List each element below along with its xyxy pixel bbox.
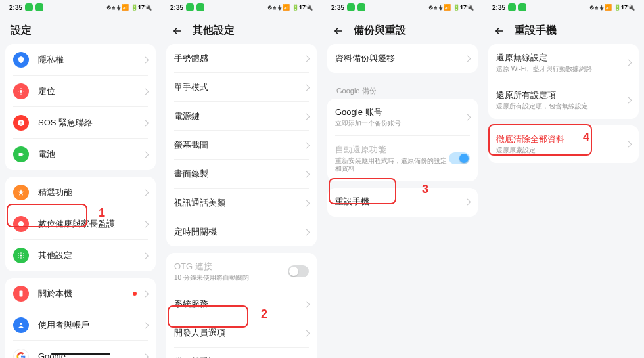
svg-point-3	[18, 221, 24, 227]
star-icon	[13, 185, 29, 200]
row-reset-all[interactable]: 還原所有設定項還原所有設定項，包含無線設定	[488, 81, 639, 119]
row-data-backup[interactable]: 資料備份與遷移	[327, 44, 478, 73]
row-privacy[interactable]: 隱私權	[5, 44, 156, 76]
header: 設定	[0, 14, 161, 44]
google-section-label: Google 備份	[327, 79, 478, 99]
row-screenrec[interactable]: 畫面錄製	[166, 160, 317, 189]
page-title: 設定	[11, 24, 32, 37]
row-google[interactable]: Google	[5, 341, 156, 358]
svg-rect-2	[23, 154, 24, 155]
page-title: 重設手機	[515, 24, 557, 37]
gear-icon	[13, 248, 29, 263]
phone-backup-reset: 2:35⎋ ⏏ ⏚ 📶 🔋17🔌 備份與重設 資料備份與遷移 Google 備份…	[322, 0, 483, 358]
wellbeing-icon	[13, 216, 29, 232]
row-location[interactable]: 定位	[5, 76, 156, 107]
svg-rect-1	[19, 153, 23, 156]
google-icon	[13, 349, 29, 358]
location-icon	[13, 83, 29, 99]
row-users[interactable]: 使用者與帳戶	[5, 309, 156, 341]
user-icon	[13, 317, 29, 333]
home-indicator[interactable]	[51, 353, 110, 355]
row-battery[interactable]: 電池	[5, 139, 156, 170]
back-button[interactable]	[494, 25, 505, 37]
row-schedpower[interactable]: 定時開關機	[166, 217, 317, 246]
chevron-right-icon	[143, 56, 149, 63]
phone-icon	[13, 286, 29, 302]
svg-point-0	[20, 90, 22, 93]
row-auto-restore: 自動還原功能重新安裝應用程式時，還原備份的設定和資料	[327, 136, 478, 181]
row-powerkey[interactable]: 電源鍵	[166, 102, 317, 131]
row-featured[interactable]: 精選功能	[5, 177, 156, 208]
row-wellbeing[interactable]: 數位健康與家長監護	[5, 208, 156, 240]
svg-point-4	[20, 255, 22, 257]
svg-rect-5	[20, 291, 23, 297]
auto-restore-toggle[interactable]	[449, 152, 470, 164]
row-videobeauty[interactable]: 視訊通話美顏	[166, 189, 317, 217]
row-reset-wireless[interactable]: 還原無線設定還原 Wi-Fi、藍牙與行動數據網路	[488, 44, 639, 81]
phone-reset: 2:35⎋ ⏏ ⏚ 📶 🔋17🔌 重設手機 還原無線設定還原 Wi-Fi、藍牙與…	[483, 0, 644, 358]
row-sos[interactable]: SOS 緊急聯絡	[5, 107, 156, 139]
status-bar: 2:35 ⎋ ⏏ ⏚ 📶 🔋17🔌	[0, 0, 161, 14]
row-devoptions[interactable]: 開發人員選項	[166, 319, 317, 348]
phone-settings-main: 2:35 ⎋ ⏏ ⏚ 📶 🔋17🔌 設定 隱私權 定位 SOS 緊急聯絡 電池 …	[0, 0, 161, 358]
svg-point-6	[20, 323, 22, 325]
row-about[interactable]: 關於本機	[5, 278, 156, 309]
otg-toggle[interactable]	[288, 265, 309, 277]
notification-dot	[133, 292, 137, 296]
back-button[interactable]	[333, 25, 344, 37]
phone-other-settings: 2:35⎋ ⏏ ⏚ 📶 🔋17🔌 其他設定 手勢體感 單手模式 電源鍵 螢幕截圖…	[161, 0, 322, 358]
back-button[interactable]	[172, 25, 183, 37]
sos-icon	[13, 115, 29, 131]
page-title: 備份與重設	[354, 24, 406, 37]
battery-icon	[13, 146, 29, 162]
row-onehand[interactable]: 單手模式	[166, 73, 317, 102]
row-google-account[interactable]: Google 账号立即添加一个备份账号	[327, 99, 478, 136]
row-screenshot[interactable]: 螢幕截圖	[166, 131, 317, 160]
row-erase-all[interactable]: 徹底清除全部資料還原原廠設定	[488, 125, 639, 163]
row-gestures[interactable]: 手勢體感	[166, 44, 317, 73]
privacy-icon	[13, 52, 29, 68]
row-otg[interactable]: OTG 連接10 分鐘未使用將自動關閉	[166, 253, 317, 290]
row-backup-reset[interactable]: 備份與重設	[166, 348, 317, 358]
page-title: 其他設定	[193, 24, 235, 37]
row-reset-phone[interactable]: 重設手機	[327, 188, 478, 217]
row-other-settings[interactable]: 其他設定	[5, 240, 156, 271]
row-sysservice[interactable]: 系統服務	[166, 290, 317, 319]
